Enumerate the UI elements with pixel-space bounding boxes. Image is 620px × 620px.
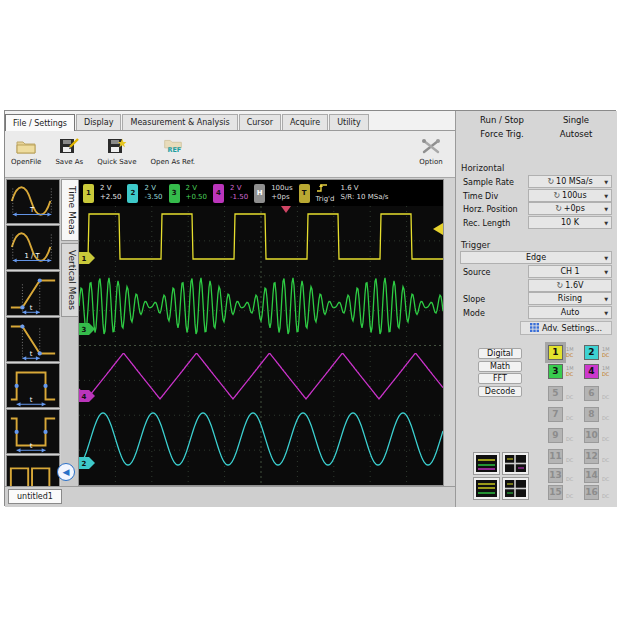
- header-ch3-badge[interactable]: 3: [169, 184, 180, 203]
- option-button[interactable]: Option: [419, 136, 443, 166]
- trigger-level-select[interactable]: ↻1.6V: [528, 279, 612, 292]
- menu-tab-cursor[interactable]: Cursor: [239, 114, 281, 130]
- trigger-mode-label: Mode: [463, 309, 485, 318]
- autoset-button[interactable]: Autoset: [544, 129, 608, 139]
- meas-icon-fall-time[interactable]: t: [6, 317, 60, 362]
- channel-3-button[interactable]: 3: [548, 364, 563, 379]
- toolbar: OpenFileSave AsQuick SaveREFOpen As Ref.…: [5, 131, 455, 178]
- channel-14-button[interactable]: 14: [584, 468, 599, 483]
- trigger-type-select-value: Edge: [526, 253, 546, 262]
- channel-14-cell: 14DC: [584, 468, 620, 484]
- fft-button[interactable]: FFT: [478, 373, 522, 384]
- trigger-mode-select[interactable]: Auto▼: [528, 306, 612, 319]
- rec-length-select[interactable]: 10 K▼: [528, 216, 612, 229]
- channel-13-button[interactable]: 13: [548, 468, 563, 483]
- single-button[interactable]: Single: [544, 115, 608, 125]
- meas-icon-frequency[interactable]: 1 / T: [6, 225, 60, 270]
- knob-adjust-icon: ↻: [553, 191, 560, 200]
- tab-vertical-meas[interactable]: Vertical Meas: [61, 243, 79, 317]
- openfile-button[interactable]: OpenFile: [11, 136, 41, 166]
- quick-save-button[interactable]: Quick Save: [97, 136, 136, 166]
- header-ch1-readout: 2 V+2.50: [100, 184, 121, 202]
- channel-11-info: DC: [566, 457, 573, 463]
- save-as-button[interactable]: Save As: [55, 136, 83, 166]
- channel-1-button[interactable]: 1: [548, 345, 563, 360]
- ch2-marker-label: 2: [82, 460, 87, 468]
- scope-display: 12 V+2.5022 V-3.5032 V+0.5042 V-1.50H100…: [78, 179, 444, 486]
- oscilloscope-app-window: File / SettingsDisplayMeasurement & Anal…: [4, 110, 616, 506]
- document-tab[interactable]: untitled1: [8, 489, 62, 504]
- menu-tab-measurement-analysis[interactable]: Measurement & Analysis: [122, 114, 237, 130]
- meas-icon-period[interactable]: T: [6, 179, 60, 224]
- horz-position-select-value: +0ps: [564, 204, 585, 213]
- channel-11-button[interactable]: 11: [548, 449, 563, 464]
- meas-icon-negative-width[interactable]: t: [6, 409, 60, 454]
- adv-settings-button[interactable]: Adv. Settings...: [520, 321, 612, 335]
- force-trig-button[interactable]: Force Trig.: [466, 129, 538, 139]
- time-div-select-value: 100us: [562, 191, 587, 200]
- header-trigger-readout: 1.6 VS/R: 10 MSa/s: [341, 184, 389, 202]
- run-stop-button[interactable]: Run / Stop: [466, 115, 538, 125]
- save-as-icon: [57, 136, 81, 156]
- header-ch4-badge[interactable]: 4: [213, 184, 224, 203]
- trigger-slope-select[interactable]: Rising▼: [528, 292, 612, 305]
- header-horizontal-badge[interactable]: H: [254, 184, 265, 203]
- stacked-trace-view-button[interactable]: [474, 478, 499, 499]
- trigger-type-select[interactable]: Edge▼: [460, 251, 612, 264]
- channel-1-info: 1MDC: [566, 346, 574, 358]
- header-ch2-badge[interactable]: 2: [127, 184, 138, 203]
- channel-8-cell: 8DC: [584, 407, 620, 423]
- split-trace-view-button[interactable]: [503, 478, 528, 499]
- menu-tab-display[interactable]: Display: [76, 114, 122, 130]
- math-button[interactable]: Math: [478, 361, 522, 372]
- meas-icon-rise-time[interactable]: t: [6, 271, 60, 316]
- digital-button[interactable]: Digital: [478, 348, 522, 359]
- horz-position-select[interactable]: ↻+0ps▼: [528, 202, 612, 215]
- channel-7-button[interactable]: 7: [548, 407, 563, 422]
- open-ref-icon: REF: [161, 136, 185, 156]
- tools-icon: [419, 136, 443, 156]
- channel-7-info: DC: [566, 415, 573, 421]
- menu-tab-utility[interactable]: Utility: [329, 114, 369, 130]
- toolbar-button-label: OpenFile: [11, 158, 41, 166]
- channel-14-info: DC: [602, 476, 609, 482]
- ch4-marker-label: 4: [82, 393, 87, 401]
- decode-button[interactable]: Decode: [478, 386, 522, 397]
- quad-grid-view-button[interactable]: [503, 453, 528, 474]
- sample-rate-select[interactable]: ↻10 MSa/s▼: [528, 175, 612, 188]
- trigger-source-select-value: CH 1: [560, 267, 579, 276]
- channel-5-button[interactable]: 5: [548, 386, 563, 401]
- channel-5-cell: 5DC: [548, 386, 584, 402]
- menu-tab-file-settings[interactable]: File / Settings: [5, 114, 75, 131]
- menu-tab-acquire[interactable]: Acquire: [282, 114, 328, 130]
- header-ch1-badge[interactable]: 1: [83, 184, 94, 203]
- channel-3-cell: 31MDC: [548, 364, 584, 380]
- channel-10-button[interactable]: 10: [584, 428, 599, 443]
- quick-save-icon: [105, 136, 129, 156]
- header-trigger-badge[interactable]: T: [299, 184, 310, 203]
- channel-9-button[interactable]: 9: [548, 428, 563, 443]
- channel-12-button[interactable]: 12: [584, 449, 599, 464]
- trigger-slope-select-value: Rising: [558, 294, 582, 303]
- grid-icon: [530, 323, 539, 334]
- open-as-ref-button[interactable]: REFOpen As Ref.: [150, 136, 195, 166]
- trigger-section-title: Trigger: [461, 240, 490, 250]
- channel-16-button[interactable]: 16: [584, 485, 599, 500]
- ch1-marker-label: 1: [82, 255, 87, 263]
- sidebar-collapse-button[interactable]: ◀: [57, 463, 75, 481]
- multi-trace-view-button[interactable]: [474, 453, 499, 474]
- header-ch3-readout: 2 V+0.50: [186, 184, 207, 202]
- svg-text:T: T: [29, 206, 35, 214]
- dropdown-arrow-icon: ▼: [604, 206, 608, 212]
- channel-6-button[interactable]: 6: [584, 386, 599, 401]
- time-div-select[interactable]: ↻100us▼: [528, 189, 612, 202]
- channel-15-button[interactable]: 15: [548, 485, 563, 500]
- channel-8-button[interactable]: 8: [584, 407, 599, 422]
- channel-4-button[interactable]: 4: [584, 364, 599, 379]
- meas-icon-positive-width[interactable]: t: [6, 363, 60, 408]
- channel-6-info: DC: [602, 394, 609, 400]
- channel-2-button[interactable]: 2: [584, 345, 599, 360]
- tab-time-meas[interactable]: Time Meas: [61, 179, 79, 241]
- trigger-source-select[interactable]: CH 1▼: [528, 265, 612, 278]
- left-arrow-icon: ◀: [63, 467, 70, 477]
